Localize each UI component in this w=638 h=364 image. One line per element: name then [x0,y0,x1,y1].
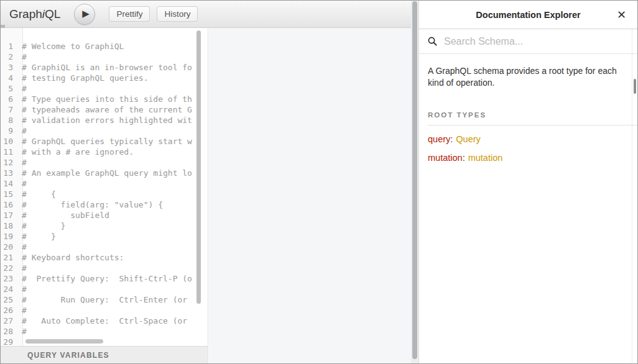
code-line[interactable]: 23# Prettify Query: Shift-Ctrl-P (o [1,273,208,284]
editor-vertical-scrollbar[interactable] [196,30,201,304]
line-text: # validation errors highlighted wit [18,115,208,125]
doc-header: Documentation Explorer ✕ [419,1,637,29]
line-text: # [18,178,208,189]
line-text: # typeaheads aware of the current G [18,104,208,115]
history-button[interactable]: History [157,6,198,22]
code-line[interactable]: 17# subField [1,210,208,221]
type-name[interactable]: mutation [468,153,503,163]
line-text: # { [18,189,208,199]
line-number: 7 [1,104,18,115]
code-line[interactable]: 12# [1,157,208,168]
line-text: # [18,157,208,168]
line-number: 1 [1,41,18,52]
code-line[interactable]: 25# Run Query: Ctrl-Enter (or [1,294,208,305]
line-number: 12 [1,157,18,168]
toolbar: GraphiQL ▶ Prettify History [1,1,411,28]
line-number: 22 [1,263,18,273]
code-line[interactable]: 19# } [1,231,208,242]
line-number: 4 [1,73,18,83]
doc-title: Documentation Explorer [476,10,580,20]
app-logo: GraphiQL [9,7,60,21]
query-variables-bar[interactable]: QUERY VARIABLES [1,346,208,363]
line-number: 13 [1,168,18,178]
code-line[interactable]: 15# { [1,189,208,199]
code-line[interactable]: 10# GraphQL queries typically start w [1,136,208,147]
code-line[interactable]: 5# [1,83,208,94]
code-lines: 1# Welcome to GraphiQL 2# 3# GraphiQL is… [1,41,208,346]
doc-items: query:Query mutation:mutation [428,134,629,163]
code-line[interactable]: 22# [1,263,208,273]
code-line[interactable]: 7# typeaheads aware of the current G [1,104,208,115]
line-text: # [18,52,208,62]
window-scrollbar[interactable] [411,1,418,363]
line-text: # [18,125,208,136]
result-panel [209,28,411,363]
code-line[interactable]: 16# field(arg: "value") { [1,199,208,210]
doc-scrollbar-thumb[interactable] [634,79,636,94]
query-editor-pane: 1# Welcome to GraphiQL 2# 3# GraphiQL is… [1,28,208,363]
prettify-button[interactable]: Prettify [109,6,150,22]
code-line[interactable]: 27# Auto Complete: Ctrl-Space (or [1,316,208,326]
code-line[interactable]: 4# testing GraphQL queries. [1,73,208,83]
line-number: 16 [1,199,18,210]
line-number: 21 [1,252,18,263]
code-line[interactable]: 18# } [1,221,208,231]
line-text: # [18,263,208,273]
graphiql-app: GraphiQL ▶ Prettify History 1# Welcome t… [0,0,638,364]
code-line[interactable]: 26# [1,305,208,316]
root-type-item: mutation:mutation [428,153,629,163]
code-line[interactable]: 14# [1,178,208,189]
line-text: # An example GraphQL query might lo [18,168,208,178]
code-line[interactable]: 21# Keyboard shortcuts: [1,252,208,263]
code-line[interactable]: 8# validation errors highlighted wit [1,115,208,125]
code-line[interactable]: 2# [1,52,208,62]
line-text: # with a # are ignored. [18,147,208,157]
code-line[interactable]: 13# An example GraphQL query might lo [1,168,208,178]
code-line[interactable]: 24# [1,284,208,294]
line-number: 6 [1,94,18,104]
line-text: # } [18,231,208,242]
code-line[interactable]: 1# Welcome to GraphiQL [1,41,208,52]
close-icon[interactable]: ✕ [613,8,630,22]
code-line[interactable]: 3# GraphiQL is an in-browser tool fo [1,62,208,73]
doc-content: A GraphQL schema provides a root type fo… [419,54,637,163]
line-number: 20 [1,242,18,252]
line-text: # Run Query: Ctrl-Enter (or [18,294,208,305]
code-line[interactable]: 28# [1,326,208,337]
line-text: # GraphiQL is an in-browser tool fo [18,62,208,73]
line-number: 28 [1,326,18,337]
line-number: 29 [1,337,18,346]
line-number: 17 [1,210,18,221]
window-scrollbar-thumb[interactable] [412,1,417,359]
search-icon [428,37,437,46]
code-line[interactable]: 11# with a # are ignored. [1,147,208,157]
play-icon: ▶ [82,9,90,19]
search-input[interactable] [443,35,629,48]
execute-query-button[interactable]: ▶ [74,4,95,25]
type-name[interactable]: Query [456,134,481,144]
line-text: # Welcome to GraphiQL [18,41,208,52]
doc-scrollbar-track [632,29,632,363]
line-text: # Prettify Query: Shift-Ctrl-P (o [18,273,208,284]
line-number: 9 [1,125,18,136]
line-number: 15 [1,189,18,199]
colon: : [450,134,453,144]
editor-horizontal-scrollbar[interactable] [25,339,103,344]
root-type-item: query:Query [428,134,629,144]
line-number: 3 [1,62,18,73]
doc-search-row [419,29,637,54]
schema-description: A GraphQL schema provides a root type fo… [428,65,629,89]
code-line[interactable]: 9# [1,125,208,136]
line-text: # [18,305,208,316]
line-number: 5 [1,83,18,94]
line-number: 26 [1,305,18,316]
code-line[interactable]: 20# [1,242,208,252]
code-line[interactable]: 6# Type queries into this side of th [1,94,208,104]
field-name: mutation [428,153,463,163]
query-editor[interactable]: 1# Welcome to GraphiQL 2# 3# GraphiQL is… [1,28,208,346]
line-text: # [18,284,208,294]
query-variables-title: QUERY VARIABLES [27,351,109,360]
line-number: 25 [1,294,18,305]
line-number: 2 [1,52,18,62]
documentation-explorer: Documentation Explorer ✕ A GraphQL schem… [418,1,637,363]
